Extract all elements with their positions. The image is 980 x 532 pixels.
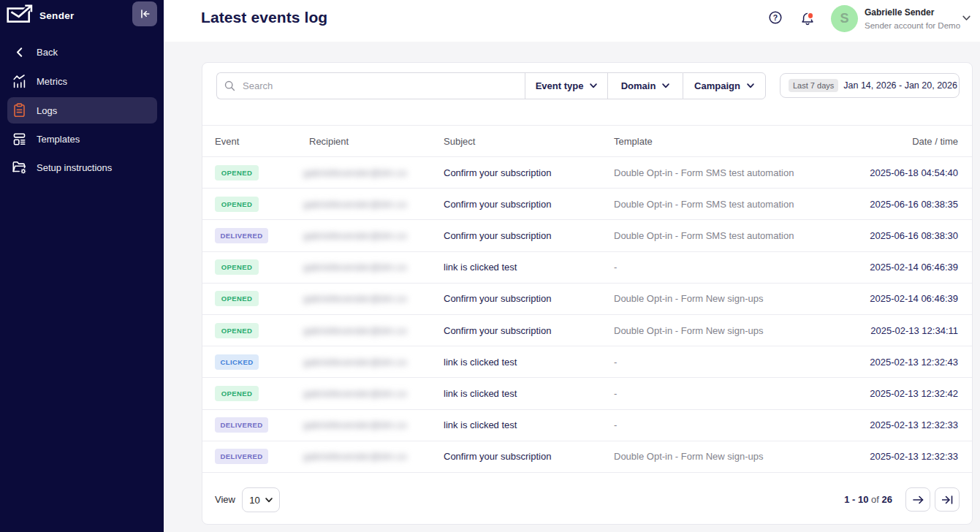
svg-text:?: ? [773, 13, 778, 22]
